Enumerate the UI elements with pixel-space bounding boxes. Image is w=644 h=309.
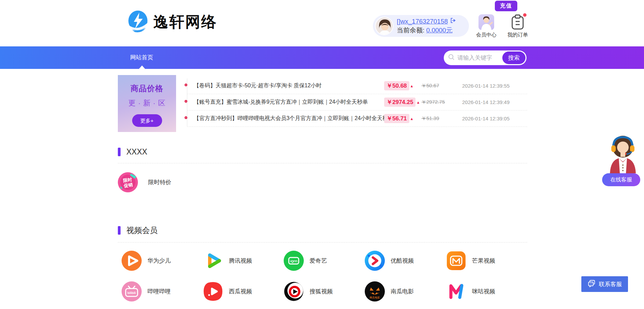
migu-video-icon — [446, 281, 466, 301]
video-app-bilibili[interactable]: bilibili 哔哩哔哩 — [122, 281, 195, 301]
balance-value[interactable]: 0.0000元 — [426, 27, 453, 34]
online-service-button[interactable]: 在线客服 — [602, 173, 640, 186]
price-row[interactable]: 【卷码】天猫超市卡-50元·超市卡/享淘卡 质保12小时 ￥50.68▲ ￥50… — [187, 78, 527, 94]
section-divider — [118, 242, 527, 242]
clipboard-icon — [511, 25, 524, 31]
product-title: 【官方直冲秒到】哔哩哔哩电视大会员3个月官方直冲｜立即到账｜24小时全天秒单 — [194, 115, 393, 122]
section-bar — [118, 148, 121, 156]
video-app-pumpkin[interactable]: 南瓜电影 南瓜电影 — [365, 281, 438, 301]
video-app-mgtv[interactable]: 芒果视频 — [446, 251, 519, 271]
header: 逸轩网络 充值 []wx_1763270158 — [0, 0, 644, 46]
video-app-tencent[interactable]: 腾讯视频 — [203, 251, 276, 271]
search-input[interactable] — [457, 55, 498, 61]
main-nav: 网站首页 搜索 — [0, 46, 644, 69]
video-app-xigua[interactable]: 西瓜视频 — [203, 281, 276, 301]
update-time: 2026-01-14 12:39:05 — [462, 116, 509, 121]
search-button[interactable]: 搜索 — [502, 52, 525, 64]
video-app-migu[interactable]: 咪咕视频 — [446, 281, 519, 301]
price-promo-card: 商品价格 更 · 新 · 区 更多+ — [118, 75, 176, 132]
member-center-label: 会员中心 — [476, 32, 497, 38]
price-badge: ￥2974.25 — [384, 98, 415, 107]
limited-deal-item[interactable]: 限时 促销 限时特价 — [118, 172, 171, 192]
user-pill: []wx_1763270158 当前余额: 0.0000元 — [373, 15, 469, 37]
balance-row: 当前余额: 0.0000元 — [397, 26, 456, 35]
promo-title: 商品价格 — [118, 83, 176, 94]
trend-up-icon: ▲ — [410, 84, 414, 88]
youku-icon — [365, 251, 385, 271]
orders-label: 我的订单 — [507, 32, 529, 38]
video-app-huawei-kids[interactable]: 华为少儿 — [122, 251, 195, 271]
search-box: 搜索 — [444, 50, 527, 65]
price-badge: ￥50.68 — [384, 81, 409, 90]
deals-section-header: XXXX — [118, 147, 527, 163]
old-price: ￥51.39 — [421, 115, 439, 122]
balance-label: 当前余额: — [397, 27, 424, 34]
section-bar — [118, 226, 121, 235]
iqiyi-icon: iQIYI — [284, 251, 304, 271]
contact-service-label: 联系客服 — [599, 280, 622, 288]
logo-lightning-icon — [127, 10, 148, 34]
more-button[interactable]: 更多+ — [132, 114, 162, 127]
logo-text: 逸轩网络 — [153, 12, 217, 32]
video-section-header: 视频会员 — [118, 225, 527, 242]
price-update-list: 【卷码】天猫超市卡-50元·超市卡/享淘卡 质保12小时 ￥50.68▲ ￥50… — [187, 78, 527, 127]
section-divider — [118, 163, 527, 163]
video-app-youku[interactable]: 优酷视频 — [365, 251, 438, 271]
orders-notification-dot — [523, 13, 527, 17]
svg-text:南瓜电影: 南瓜电影 — [370, 296, 380, 299]
bullet-icon — [185, 100, 187, 103]
page: 逸轩网络 充值 []wx_1763270158 — [0, 0, 644, 309]
username-link[interactable]: []wx_1763270158 — [397, 17, 448, 26]
old-price: ￥2972.75 — [421, 99, 445, 105]
pumpkin-film-icon: 南瓜电影 — [365, 281, 385, 301]
tencent-video-icon — [203, 251, 223, 271]
recharge-button[interactable]: 充值 — [495, 1, 517, 11]
logout-icon[interactable] — [450, 17, 456, 26]
user-info: []wx_1763270158 当前余额: 0.0000元 — [397, 17, 456, 34]
video-section-title: 视频会员 — [126, 225, 158, 236]
video-app-iqiyi[interactable]: iQIYI 爱奇艺 — [284, 251, 357, 271]
price-badge: ￥56.71 — [384, 114, 409, 123]
update-time: 2026-01-14 12:39:55 — [462, 83, 509, 89]
trend-up-icon: ▲ — [410, 117, 414, 121]
active-tab-indicator — [139, 65, 145, 69]
svg-text:iQIYI: iQIYI — [290, 260, 297, 263]
limited-deal-label: 限时特价 — [148, 178, 171, 186]
member-center-button[interactable]: 会员中心 — [476, 14, 497, 38]
site-logo[interactable]: 逸轩网络 — [127, 10, 217, 34]
mango-tv-icon — [446, 251, 466, 271]
contact-service-button[interactable]: 联系客服 — [581, 276, 628, 292]
price-row[interactable]: 【官方直冲秒到】哔哩哔哩电视大会员3个月官方直冲｜立即到账｜24小时全天秒单 ￥… — [187, 111, 527, 127]
product-title: 【账号直充】蜜雪冰城-兑换券9元官方直冲｜立即到账｜24小时全天秒单 — [194, 99, 368, 106]
bullet-icon — [185, 84, 187, 86]
deals-section-title: XXXX — [126, 147, 147, 157]
search-icon — [448, 54, 455, 62]
product-title: 【卷码】天猫超市卡-50元·超市卡/享淘卡 质保12小时 — [194, 82, 321, 89]
sohu-video-icon — [284, 281, 304, 301]
update-time: 2026-01-14 12:39:49 — [462, 99, 509, 105]
promo-subtitle: 更 · 新 · 区 — [118, 98, 176, 108]
old-price: ￥50.67 — [421, 83, 439, 89]
trend-up-icon: ▲ — [416, 100, 420, 104]
huawei-kids-icon — [122, 251, 142, 271]
xigua-video-icon — [203, 281, 223, 301]
limited-promo-icon: 限时 促销 — [118, 172, 138, 192]
chat-bubbles-icon — [587, 279, 596, 289]
bullet-icon — [185, 116, 187, 119]
user-avatar[interactable] — [375, 17, 393, 35]
svg-text:bilibili: bilibili — [127, 291, 136, 295]
orders-button[interactable]: 我的订单 — [507, 14, 529, 38]
price-row[interactable]: 【账号直充】蜜雪冰城-兑换券9元官方直冲｜立即到账｜24小时全天秒单 ￥2974… — [187, 94, 527, 111]
bilibili-icon: bilibili — [122, 281, 142, 301]
customer-service-widget: 在线客服 — [601, 133, 644, 186]
member-center-avatar — [478, 14, 494, 30]
video-app-sohu[interactable]: 搜狐视频 — [284, 281, 357, 301]
